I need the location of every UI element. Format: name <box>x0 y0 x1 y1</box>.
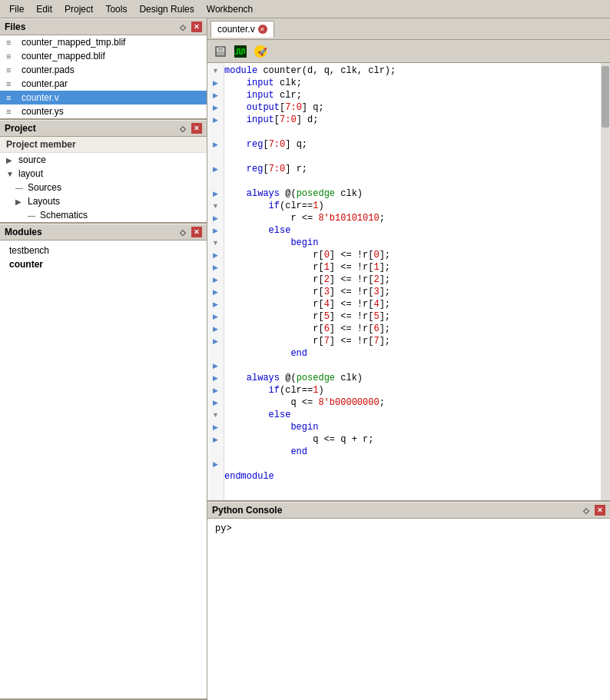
file-name: counter.ys <box>22 106 64 117</box>
arrow-icon: ▶ <box>213 460 218 468</box>
menu-project[interactable]: Project <box>58 2 99 16</box>
tree-item-layout[interactable]: ▼ layout <box>0 167 207 181</box>
tab-bar: counter.v ✕ <box>207 18 610 40</box>
modules-header-icons: ◇ ✕ <box>177 227 202 237</box>
arrow-icon: ▶ <box>213 313 218 320</box>
svg-rect-1 <box>218 47 223 51</box>
file-name: counter.v <box>22 92 59 103</box>
arrow-icon: ▶ <box>213 91 218 99</box>
project-close-icon[interactable]: ✕ <box>191 123 202 134</box>
save-icon <box>214 45 227 58</box>
arrow-icon: ▶ <box>213 436 218 443</box>
arrow-icon: ▶ <box>213 141 218 148</box>
file-icon: ≡ <box>6 65 17 75</box>
file-item-selected[interactable]: ≡ counter.v <box>0 91 207 105</box>
modules-list: testbench counter <box>0 241 207 698</box>
file-item[interactable]: ≡ counter_mapped_tmp.blif <box>0 35 207 49</box>
editor-toolbar: 🚀 <box>207 40 610 63</box>
tree-item-schematics[interactable]: — Schematics <box>0 208 207 222</box>
tree-label: Schematics <box>40 210 88 221</box>
files-panel-header: Files ◇ ✕ <box>0 18 207 35</box>
file-name: counter_mapped.blif <box>22 51 105 61</box>
menu-workbench[interactable]: Workbench <box>201 2 259 16</box>
file-icon: ≡ <box>6 51 17 61</box>
python-console-panel: Python Console ◇ ✕ py> <box>207 500 610 700</box>
fold-icon[interactable]: ▼ <box>212 67 219 75</box>
project-title: Project <box>5 123 36 134</box>
files-close-icon[interactable]: ✕ <box>191 22 202 32</box>
arrow-icon: ▶ <box>213 386 218 394</box>
arrow-icon: ▶ <box>213 190 218 197</box>
arrow-icon: ▶ <box>213 165 218 173</box>
arrow-icon: ▶ <box>213 337 218 345</box>
console-close-icon[interactable]: ✕ <box>595 505 605 516</box>
tree-label: Sources <box>28 182 61 193</box>
arrow-icon: ▶ <box>213 276 218 284</box>
arrow-icon: ▶ <box>213 300 218 308</box>
file-name: counter_mapped_tmp.blif <box>22 37 125 48</box>
file-item[interactable]: ≡ counter.pads <box>0 63 207 77</box>
arrow-icon: ▶ <box>213 264 218 271</box>
menu-edit[interactable]: Edit <box>30 2 58 16</box>
file-item[interactable]: ≡ counter.ys <box>0 105 207 118</box>
waveform-icon <box>234 45 247 58</box>
file-name: counter.par <box>22 78 68 89</box>
menu-tools[interactable]: Tools <box>99 2 133 16</box>
scrollbar-thumb[interactable] <box>602 66 609 128</box>
arrow-icon: ▶ <box>213 116 218 124</box>
arrow-icon: ▶ <box>213 104 218 111</box>
project-member-label: Project member <box>0 137 207 153</box>
file-name: counter.pads <box>22 65 75 75</box>
tree-label: layout <box>18 168 43 179</box>
editor-tab-counter-v[interactable]: counter.v ✕ <box>211 21 274 38</box>
tree-item-source[interactable]: ▶ source <box>0 153 207 167</box>
modules-panel-header: Modules ◇ ✕ <box>0 224 207 241</box>
main-layout: Files ◇ ✕ ≡ counter_mapped_tmp.blif ≡ co… <box>0 18 610 700</box>
tab-label: counter.v <box>217 24 255 35</box>
file-icon: ≡ <box>6 79 17 88</box>
arrow-icon: ▶ <box>213 325 218 333</box>
waveform-button[interactable] <box>232 43 249 60</box>
file-item[interactable]: ≡ counter.par <box>0 77 207 91</box>
file-item[interactable]: ≡ counter_mapped.blif <box>0 49 207 63</box>
menu-design-rules[interactable]: Design Rules <box>133 2 200 16</box>
console-content[interactable]: py> <box>207 519 610 700</box>
fold-icon[interactable]: ▼ <box>212 239 219 247</box>
left-panel: Files ◇ ✕ ≡ counter_mapped_tmp.blif ≡ co… <box>0 18 207 700</box>
files-pin-icon[interactable]: ◇ <box>177 22 188 32</box>
tree-label: source <box>18 154 46 165</box>
save-button[interactable] <box>212 43 229 60</box>
modules-close-icon[interactable]: ✕ <box>191 227 202 237</box>
module-item-testbench[interactable]: testbench <box>0 244 207 257</box>
menu-file[interactable]: File <box>3 2 30 16</box>
files-section: Files ◇ ✕ ≡ counter_mapped_tmp.blif ≡ co… <box>0 18 207 120</box>
simulate-button[interactable]: 🚀 <box>252 43 269 60</box>
arrow-icon: ▶ <box>213 214 218 222</box>
tree-expand-icon[interactable]: ▼ <box>6 170 15 178</box>
file-icon: ≡ <box>6 93 17 102</box>
fold-icon[interactable]: ▼ <box>212 202 219 210</box>
arrow-icon: ▶ <box>213 423 218 431</box>
project-panel-header: Project ◇ ✕ <box>0 120 207 137</box>
svg-rect-2 <box>217 51 224 55</box>
files-list: ≡ counter_mapped_tmp.blif ≡ counter_mapp… <box>0 35 207 118</box>
arrow-icon: ▶ <box>213 251 218 259</box>
tree-label: Layouts <box>28 196 60 207</box>
project-list: Project member ▶ source ▼ layout — Sourc… <box>0 137 207 222</box>
fold-icon[interactable]: ▼ <box>212 411 219 419</box>
modules-pin-icon[interactable]: ◇ <box>177 227 188 237</box>
console-pin-icon[interactable]: ◇ <box>581 505 592 516</box>
files-title: Files <box>5 22 25 32</box>
simulate-icon: 🚀 <box>254 45 267 58</box>
file-icon: ≡ <box>6 107 17 116</box>
tree-item-sources[interactable]: — Sources <box>0 181 207 194</box>
project-section: Project ◇ ✕ Project member ▶ source ▼ la… <box>0 120 207 224</box>
arrow-icon: ▶ <box>213 399 218 406</box>
tab-close-icon[interactable]: ✕ <box>258 25 267 34</box>
module-item-counter[interactable]: counter <box>0 257 207 271</box>
project-header-icons: ◇ ✕ <box>177 123 202 134</box>
tree-expand-icon[interactable]: ▶ <box>6 156 15 164</box>
tree-expand-icon[interactable]: ▶ <box>15 197 25 206</box>
tree-item-layouts[interactable]: ▶ Layouts <box>0 194 207 208</box>
project-pin-icon[interactable]: ◇ <box>177 123 188 134</box>
